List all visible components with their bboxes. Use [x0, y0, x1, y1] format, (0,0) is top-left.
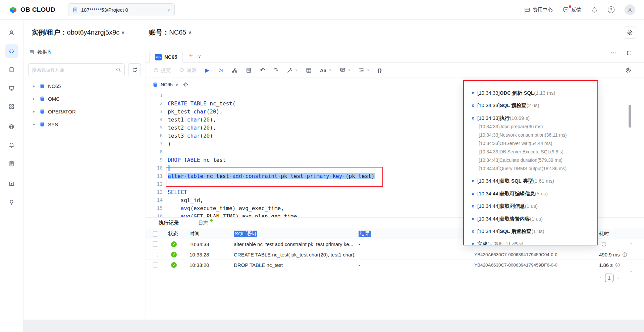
caret-right-icon[interactable]: ▸ [33, 122, 37, 127]
editor-scrollbar-thumb[interactable] [629, 105, 631, 128]
table-row[interactable]: ✓10:33:28CREATE TABLE nc_test( pk_test c… [146, 249, 644, 260]
page-number-button[interactable]: 1 [605, 274, 613, 282]
account-label: 账号： [149, 28, 169, 37]
schema-name: NC65 [161, 82, 173, 87]
refresh-button[interactable] [128, 63, 141, 76]
timeline-event: [10:34:33]ODC 解析 SQL(1.13 ms) [472, 90, 595, 96]
info-icon[interactable] [601, 242, 606, 247]
timeline-event: [10:34:44]获取 SQL 类型(1.61 ms) [472, 178, 595, 185]
pagination: ‹ 1 › [599, 274, 619, 282]
context-bar: 实例/租户： obot6y4nzrgj5x9c ∨ 账号： NC65 ∨ [23, 20, 644, 45]
tree-item-operator[interactable]: ▸OPERATOR [23, 105, 146, 118]
report-icon [8, 160, 15, 167]
rail-item-sql-console-icon[interactable] [5, 44, 18, 58]
row-sql[interactable]: DROP TABLE nc_test [230, 262, 355, 268]
code-text: DROP TABLE nc_test [168, 157, 226, 163]
line-number: 2 [146, 101, 163, 106]
next-page-button[interactable]: › [618, 275, 619, 281]
rail-item-tips-icon[interactable] [5, 195, 18, 209]
result-grid-button[interactable] [306, 67, 312, 73]
line-number: 5 [146, 125, 163, 130]
row-checkbox[interactable] [153, 241, 158, 247]
feedback-label: 反馈 [571, 7, 581, 13]
tab-execution-history[interactable]: 执行记录 [159, 220, 179, 226]
table-row[interactable]: ✓10:33:20DROP TABLE nc_test-YB420A6630C7… [146, 260, 644, 270]
tab-logs[interactable]: 日志 [198, 220, 208, 226]
caret-right-icon[interactable]: ▸ [33, 109, 37, 114]
row-sql[interactable]: CREATE TABLE nc_test( pk_test char(20), … [230, 252, 355, 257]
new-tab-button[interactable]: + [189, 52, 193, 59]
table-scroll-down-icon[interactable]: ▼ [630, 270, 633, 273]
tab-list-dropdown[interactable]: ∨ [198, 54, 201, 59]
info-icon[interactable] [622, 252, 627, 257]
editor-tab-nc65[interactable]: SQL NC65 [149, 51, 183, 63]
billing-center-button[interactable]: 费用中心 [524, 7, 553, 13]
select-all-checkbox[interactable] [153, 231, 158, 237]
line-number: 7 [146, 141, 163, 146]
fullscreen-icon[interactable] [627, 50, 632, 56]
rail-item-alarm-icon[interactable] [5, 138, 18, 152]
instance-label: 实例/租户： [32, 28, 67, 37]
commit-button[interactable]: 提交 [153, 67, 171, 74]
column-header: 时间 [186, 231, 230, 237]
run-selection-button[interactable] [218, 67, 223, 73]
code-text: sql_id, [168, 197, 203, 203]
run-button[interactable]: ▶ [205, 67, 209, 74]
redo-icon: ↷ [273, 66, 278, 74]
search-icon[interactable] [116, 67, 121, 73]
project-selector[interactable]: 187******53/Project 0 ∨ [68, 3, 175, 16]
find-button[interactable] [246, 67, 252, 73]
help-icon[interactable]: ? [608, 6, 614, 13]
row-sql[interactable]: alter table nc_test add constraint pk_te… [230, 241, 355, 247]
tips-icon [8, 199, 15, 205]
format-button[interactable]: ∨ [287, 67, 298, 73]
brand[interactable]: OB CLOUD [9, 5, 55, 14]
editor-settings-button[interactable] [625, 67, 631, 73]
caret-right-icon[interactable]: ▸ [33, 96, 37, 101]
caret-right-icon[interactable]: ▸ [33, 84, 37, 88]
code-text: avg(execute_time) avg_exec_time, [168, 205, 284, 211]
line-number: 10 [146, 165, 163, 171]
caret-down-icon: ∨ [329, 68, 331, 72]
instance-selector[interactable]: 实例/租户： obot6y4nzrgj5x9c ∨ [32, 28, 125, 37]
timeline-subevent: [10:34:33]DB Server Execute SQL(9.8 s) [472, 148, 595, 155]
row-checkbox[interactable] [153, 262, 158, 268]
prev-page-button[interactable]: ‹ [599, 275, 601, 281]
format-braces-button[interactable]: {} [378, 67, 382, 73]
locate-crosshair-icon[interactable] [183, 82, 189, 87]
tree-item-omc[interactable]: ▸OMC [23, 92, 146, 105]
bell-icon[interactable] [591, 7, 598, 13]
gear-icon [627, 30, 633, 36]
feedback-button[interactable]: 反馈 [563, 7, 581, 13]
rail-item-monitor-icon[interactable] [5, 81, 18, 95]
user-avatar[interactable] [625, 4, 635, 15]
rail-item-modules-icon[interactable] [5, 100, 18, 113]
rollback-button[interactable]: 回滚 [179, 67, 197, 74]
user-icon [627, 7, 633, 13]
row-checkbox[interactable] [153, 252, 158, 257]
table-scroll-up-icon[interactable]: ▲ [630, 242, 633, 245]
settings-button[interactable] [624, 27, 636, 39]
timeline-subevent: [10:34:33]Network consumption(36.11 ms) [472, 132, 595, 138]
rail-item-report-icon[interactable] [5, 157, 18, 170]
explain-plan-button[interactable] [232, 67, 237, 73]
indent-button[interactable]: ∨ [359, 67, 369, 73]
rail-item-tenants-icon[interactable] [5, 26, 18, 39]
run-icon: ▶ [205, 67, 209, 74]
rail-item-tutorial-icon[interactable] [5, 177, 18, 190]
info-icon[interactable] [615, 263, 620, 268]
comment-button[interactable]: ∨ [340, 67, 351, 73]
code-text: test2 char(20), [168, 125, 216, 131]
timeline-event: [10:34:44]获取列信息(1 us) [472, 203, 595, 210]
tree-item-nc65[interactable]: ▸NC65 [23, 80, 146, 92]
undo-button[interactable]: ↶ [260, 66, 265, 74]
rail-item-network-icon[interactable] [5, 120, 18, 133]
rail-item-migration-icon[interactable] [5, 63, 18, 76]
redo-button[interactable]: ↷ [273, 66, 278, 74]
line-number: 12 [146, 181, 163, 187]
account-selector[interactable]: 账号： NC65 ∨ [149, 28, 192, 37]
tree-item-sys[interactable]: ▸SYS [23, 118, 146, 131]
search-input[interactable] [32, 67, 116, 73]
case-button[interactable]: Aa ∨ [320, 67, 331, 73]
more-actions-button[interactable]: ··· [611, 50, 617, 56]
